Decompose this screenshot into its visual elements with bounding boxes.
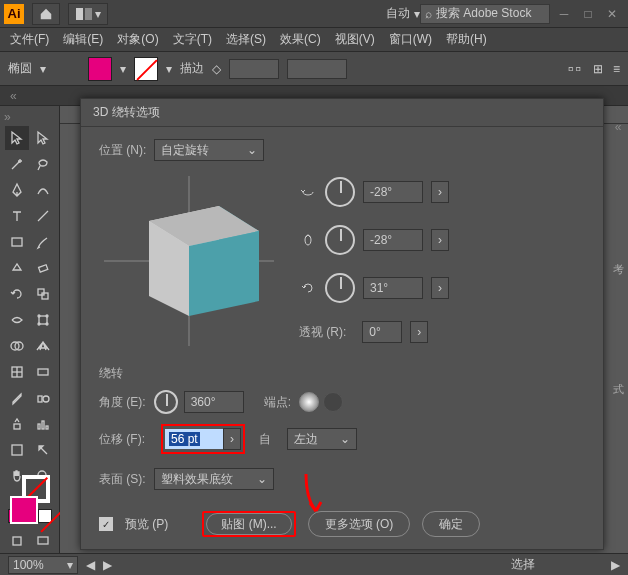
artboard-nav-next[interactable]: ▶	[103, 558, 112, 572]
menu-select[interactable]: 选择(S)	[226, 31, 266, 48]
mesh-tool[interactable]	[5, 360, 29, 384]
rotation-cube-preview[interactable]	[99, 171, 279, 351]
color-mode-none[interactable]	[38, 509, 52, 523]
stroke-weight-stepper[interactable]: ◇	[212, 62, 221, 76]
cap-off-button[interactable]	[323, 392, 343, 412]
transform-icon[interactable]: ⊞	[593, 62, 603, 76]
rectangle-tool[interactable]	[5, 230, 29, 254]
rotate-y-dial[interactable]	[325, 225, 355, 255]
home-button[interactable]	[32, 3, 60, 25]
column-graph-tool[interactable]	[31, 412, 55, 436]
artboard-nav-last[interactable]: ▶	[611, 558, 620, 572]
svg-rect-4	[38, 265, 47, 272]
menu-window[interactable]: 窗口(W)	[389, 31, 432, 48]
lasso-tool[interactable]	[31, 152, 55, 176]
eraser-tool[interactable]	[31, 256, 55, 280]
fill-indicator[interactable]	[10, 496, 38, 524]
shape-dropdown-arrow[interactable]: ▾	[40, 62, 52, 76]
magic-wand-tool[interactable]	[5, 152, 29, 176]
artboard-tool[interactable]	[5, 438, 29, 462]
ok-button[interactable]: 确定	[422, 511, 480, 537]
tab-prev-arrow[interactable]: «	[10, 89, 17, 103]
rotate-y-stepper[interactable]: ›	[431, 229, 449, 251]
svg-point-19	[43, 396, 49, 402]
scale-tool[interactable]	[31, 282, 55, 306]
rotate-z-field[interactable]: 31°	[363, 277, 423, 299]
cap-on-button[interactable]	[299, 392, 319, 412]
surface-value: 塑料效果底纹	[161, 471, 233, 488]
perspective-grid-tool[interactable]	[31, 334, 55, 358]
fill-stroke-indicator[interactable]	[10, 496, 50, 503]
menu-effect[interactable]: 效果(C)	[280, 31, 321, 48]
panel-menu-icon[interactable]: ≡	[613, 62, 620, 76]
offset-from-select[interactable]: 左边 ⌄	[287, 428, 357, 450]
app-logo: Ai	[4, 4, 24, 24]
menu-edit[interactable]: 编辑(E)	[63, 31, 103, 48]
perspective-stepper[interactable]: ›	[410, 321, 428, 343]
free-transform-tool[interactable]	[31, 308, 55, 332]
fill-swatch[interactable]	[88, 57, 112, 81]
position-select[interactable]: 自定旋转 ⌄	[154, 139, 264, 161]
stroke-weight-field[interactable]	[229, 59, 279, 79]
rotate-x-dial[interactable]	[325, 177, 355, 207]
line-segment-tool[interactable]	[31, 204, 55, 228]
rotate-x-stepper[interactable]: ›	[431, 181, 449, 203]
rotate-y-field[interactable]: -28°	[363, 229, 423, 251]
variable-width-profile[interactable]	[287, 59, 347, 79]
stroke-dropdown-arrow[interactable]: ▾	[166, 62, 172, 76]
search-stock-input[interactable]: ⌕搜索 Adobe Stock	[420, 4, 550, 24]
type-tool[interactable]	[5, 204, 29, 228]
eyedropper-tool[interactable]	[5, 386, 29, 410]
align-icon[interactable]: ▫▫	[568, 60, 583, 78]
angle-dial[interactable]	[154, 390, 178, 414]
offset-stepper[interactable]: ›	[223, 428, 241, 450]
surface-select[interactable]: 塑料效果底纹 ⌄	[154, 468, 274, 490]
slice-tool[interactable]	[31, 438, 55, 462]
stroke-swatch[interactable]	[134, 57, 158, 81]
fill-dropdown-arrow[interactable]: ▾	[120, 62, 126, 76]
perspective-field[interactable]: 0°	[362, 321, 402, 343]
angle-label: 角度 (E):	[99, 394, 146, 411]
svg-rect-21	[38, 424, 40, 429]
chevron-down-icon: ⌄	[340, 432, 350, 446]
cap-label: 端点:	[264, 394, 291, 411]
artboard-nav-prev[interactable]: ◀	[86, 558, 95, 572]
menu-file[interactable]: 文件(F)	[10, 31, 49, 48]
rotate-tool[interactable]	[5, 282, 29, 306]
arrange-documents-button[interactable]: ▾	[68, 3, 108, 25]
gradient-tool[interactable]	[31, 360, 55, 384]
close-button[interactable]: ✕	[606, 7, 618, 21]
selection-tool[interactable]	[5, 126, 29, 150]
shape-builder-tool[interactable]	[5, 334, 29, 358]
pen-tool[interactable]	[5, 178, 29, 202]
angle-field[interactable]: 360°	[184, 391, 244, 413]
maximize-button[interactable]: □	[582, 7, 594, 21]
offset-from-value: 左边	[294, 431, 318, 448]
screen-mode[interactable]	[31, 529, 55, 553]
minimize-button[interactable]: ─	[558, 7, 570, 21]
right-panel-collapse-arrow[interactable]: «	[615, 120, 622, 134]
menu-object[interactable]: 对象(O)	[117, 31, 158, 48]
offset-field[interactable]: 56 pt	[165, 429, 223, 449]
symbol-sprayer-tool[interactable]	[5, 412, 29, 436]
rotate-z-stepper[interactable]: ›	[431, 277, 449, 299]
rotate-z-dial[interactable]	[325, 273, 355, 303]
menu-help[interactable]: 帮助(H)	[446, 31, 487, 48]
menu-view[interactable]: 视图(V)	[335, 31, 375, 48]
blend-tool[interactable]	[31, 386, 55, 410]
more-options-button[interactable]: 更多选项 (O)	[308, 511, 411, 537]
preview-checkbox[interactable]: ✓	[99, 517, 113, 531]
direct-selection-tool[interactable]	[31, 126, 55, 150]
tools-collapse-arrow[interactable]: »	[4, 110, 11, 124]
zoom-field[interactable]: 100%▾	[8, 556, 78, 574]
offset-label: 位移 (F):	[99, 431, 145, 448]
width-tool[interactable]	[5, 308, 29, 332]
rotate-x-field[interactable]: -28°	[363, 181, 423, 203]
map-art-button[interactable]: 贴图 (M)...	[202, 511, 295, 537]
paintbrush-tool[interactable]	[31, 230, 55, 254]
drawing-mode-normal[interactable]	[5, 529, 29, 553]
menu-type[interactable]: 文字(T)	[173, 31, 212, 48]
chevron-down-icon: ⌄	[247, 143, 257, 157]
shaper-tool[interactable]	[5, 256, 29, 280]
curvature-tool[interactable]	[31, 178, 55, 202]
